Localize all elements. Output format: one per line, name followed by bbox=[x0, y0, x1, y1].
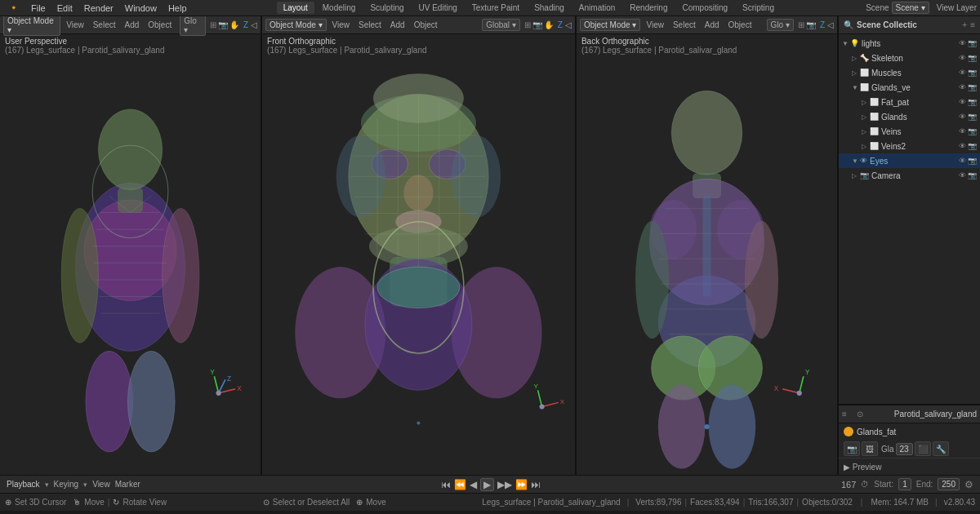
end-value[interactable]: 250 bbox=[938, 478, 960, 490]
keying-menu[interactable]: Keying bbox=[54, 480, 79, 489]
vp-right-global[interactable]: Glo ▾ bbox=[767, 19, 794, 31]
tl-skip-fwd[interactable]: ⏭ bbox=[531, 479, 541, 490]
tl-back1[interactable]: ◀ bbox=[470, 479, 477, 490]
vp-left-view[interactable]: View bbox=[63, 20, 87, 30]
vp-center-mode[interactable]: Object Mode ▾ bbox=[265, 19, 326, 31]
workspace-animation-tab[interactable]: Animation bbox=[572, 2, 621, 14]
viewport-center[interactable]: Object Mode ▾ View Select Add Object Glo… bbox=[262, 16, 577, 475]
vp-left-add[interactable]: Add bbox=[121, 20, 142, 30]
prop-icon-render[interactable]: 📷 bbox=[844, 441, 860, 456]
vp-right-select[interactable]: Select bbox=[670, 20, 699, 30]
workspace-texture-tab[interactable]: Texture Paint bbox=[466, 2, 526, 14]
vp-center-arrow[interactable]: ◁ bbox=[565, 20, 572, 29]
start-value[interactable]: 1 bbox=[898, 478, 911, 490]
vp-right-view[interactable]: View bbox=[643, 20, 667, 30]
status-move: Move bbox=[84, 498, 104, 507]
workspace-uv-tab[interactable]: UV Editing bbox=[412, 2, 464, 14]
outliner-add-icon[interactable]: + bbox=[962, 20, 967, 29]
vp-center-add[interactable]: Add bbox=[387, 20, 408, 30]
workspace-modeling-tab[interactable]: Modeling bbox=[316, 2, 363, 14]
viewport-left[interactable]: Object Mode ▾ View Select Add Object Glo… bbox=[0, 16, 262, 475]
keying-dropdown-icon: ▾ bbox=[83, 481, 87, 489]
tree-vis-camera[interactable]: 📷 bbox=[968, 39, 977, 47]
menu-file[interactable]: File bbox=[26, 2, 51, 15]
tree-label-muscles: Muscles bbox=[871, 69, 959, 78]
lights-icon: 💡 bbox=[850, 39, 859, 47]
prop-icon-btn4[interactable]: 🔧 bbox=[933, 441, 949, 456]
vp-center-global[interactable]: Global ▾ bbox=[482, 19, 520, 31]
vp-center-view[interactable]: View bbox=[329, 20, 354, 30]
status-verts: Verts:89,796 bbox=[635, 498, 681, 507]
status-cursor-icon: ⊕ bbox=[5, 498, 11, 507]
menu-edit[interactable]: Edit bbox=[52, 2, 78, 15]
menu-render[interactable]: Render bbox=[79, 2, 118, 15]
menu-help[interactable]: Help bbox=[163, 2, 192, 15]
workspace-rendering-tab[interactable]: Rendering bbox=[623, 2, 674, 14]
tree-item-glands[interactable]: ▷ ⬜ Glands 👁 📷 bbox=[839, 109, 980, 124]
status-tris: Tris:166,307 bbox=[748, 498, 793, 507]
tree-label-lights: lights bbox=[862, 39, 959, 48]
tree-item-fat-pat[interactable]: ▷ ⬜ Fat_pat 👁 📷 bbox=[839, 95, 980, 109]
tree-item-camera[interactable]: ▷ 📷 Camera 👁 📷 bbox=[839, 168, 980, 183]
playback-menu[interactable]: Playback bbox=[7, 480, 40, 489]
tree-item-skeleton[interactable]: ▷ 🦴 Skeleton 👁 📷 bbox=[839, 51, 980, 65]
vp-right-mode[interactable]: Object Mode ▾ bbox=[580, 19, 640, 31]
blender-logo[interactable]: 🔸 bbox=[3, 1, 24, 15]
vp-right-axis-z: Z bbox=[820, 20, 825, 29]
timeline-marker-menu[interactable]: Marker bbox=[115, 480, 140, 489]
skeleton-icon: 🦴 bbox=[860, 54, 869, 62]
outliner-filter2-icon[interactable]: ≡ bbox=[970, 20, 975, 29]
frame-number: 167 bbox=[841, 480, 856, 490]
tl-prev[interactable]: ⏪ bbox=[454, 479, 466, 490]
props-object-title: Parotid_salivary_gland bbox=[894, 410, 977, 419]
vp-center-info: (167) Legs_surface | Parotid_salivary_gl… bbox=[267, 46, 427, 55]
tl-fwd1[interactable]: ▶▶ bbox=[497, 479, 512, 490]
workspace-compositing-tab[interactable]: Compositing bbox=[675, 2, 734, 14]
viewport-right[interactable]: Object Mode ▾ View Select Add Object Glo… bbox=[577, 16, 837, 475]
tree-item-eyes[interactable]: ▼ 👁 Eyes 👁 📷 bbox=[839, 153, 980, 168]
material-name: Glands_fat bbox=[857, 428, 896, 436]
vp-left-arrow[interactable]: ◁ bbox=[251, 20, 257, 29]
vp-left-mode[interactable]: Object Mode ▾ bbox=[3, 16, 60, 36]
tl-skip-back[interactable]: ⏮ bbox=[441, 479, 451, 490]
prop-icon-output[interactable]: 🖼 bbox=[862, 441, 878, 456]
tl-play[interactable]: ▶ bbox=[480, 478, 494, 491]
workspace-scripting-tab[interactable]: Scripting bbox=[736, 2, 781, 14]
workspace-layout-tab[interactable]: Layout bbox=[277, 2, 314, 14]
prop-icon-btn3[interactable]: ⬛ bbox=[915, 441, 931, 456]
tree-item-glands-ve[interactable]: ▼ ⬜ Glands_ve 👁 📷 bbox=[839, 80, 980, 95]
tl-next[interactable]: ⏩ bbox=[515, 479, 528, 490]
scene-dropdown[interactable]: Scene ▾ bbox=[892, 2, 929, 14]
tl-settings-icon[interactable]: ⚙ bbox=[964, 479, 973, 490]
status-rotate-icon: ↻ bbox=[113, 498, 119, 507]
svg-point-84 bbox=[797, 391, 802, 396]
prop-number-gla[interactable]: 23 bbox=[896, 443, 913, 455]
vp-center-select[interactable]: Select bbox=[355, 20, 385, 30]
workspace-sculpting-tab[interactable]: Sculpting bbox=[363, 2, 410, 14]
status-faces: Faces:83,494 bbox=[690, 498, 740, 507]
vp-center-object[interactable]: Object bbox=[411, 20, 441, 30]
svg-point-70 bbox=[658, 385, 706, 469]
scene-label: Scene bbox=[866, 3, 889, 12]
preview-label[interactable]: Preview bbox=[853, 463, 882, 472]
vp-left-object[interactable]: Object bbox=[145, 20, 175, 30]
workspace-shading-tab[interactable]: Shading bbox=[528, 2, 571, 14]
outliner-filter-icon[interactable]: 🔍 bbox=[844, 20, 853, 29]
vp-right-object[interactable]: Object bbox=[725, 20, 755, 30]
props-icon1[interactable]: ≡ bbox=[842, 410, 855, 419]
vp-right-arrow[interactable]: ◁ bbox=[827, 20, 834, 29]
tree-item-lights[interactable]: ▼ 💡 lights 👁 📷 bbox=[839, 36, 980, 51]
timeline-view-menu[interactable]: View bbox=[92, 480, 110, 489]
menu-window[interactable]: Window bbox=[120, 2, 162, 15]
tree-item-veins[interactable]: ▷ ⬜ Veins 👁 📷 bbox=[839, 124, 980, 139]
vp-right-add[interactable]: Add bbox=[702, 20, 723, 30]
props-icon2[interactable]: ⊙ bbox=[857, 410, 870, 419]
vp-left-global[interactable]: Glo ▾ bbox=[180, 16, 206, 36]
eyes-icon: 👁 bbox=[860, 157, 867, 165]
preview-expand[interactable]: ▶ bbox=[844, 463, 853, 472]
tree-item-veins2[interactable]: ▷ ⬜ Veins2 👁 📷 bbox=[839, 139, 980, 153]
vp-left-select[interactable]: Select bbox=[90, 20, 119, 30]
svg-point-41 bbox=[377, 267, 460, 308]
tree-item-muscles[interactable]: ▷ ⬜ Muscles 👁 📷 bbox=[839, 65, 980, 80]
tree-vis-eye[interactable]: 👁 bbox=[959, 39, 966, 47]
